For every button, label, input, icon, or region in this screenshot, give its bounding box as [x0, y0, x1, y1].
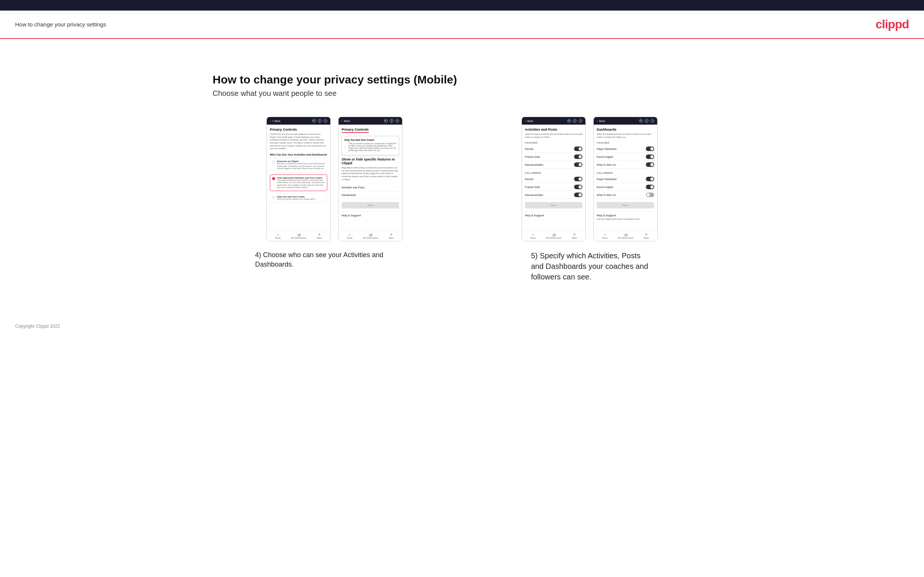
screen4-help: Help & Support [597, 211, 654, 217]
profile-icon-3[interactable]: 👤 [573, 119, 577, 123]
profile-icon-4[interactable]: 👤 [645, 119, 648, 123]
screen2-help: Help & Support [342, 211, 399, 217]
menu-icon-4: ≡ [646, 233, 647, 236]
mockup3-header: ‹ Back 🔍 👤 ⚙ [522, 117, 585, 125]
screen2-tab[interactable]: Privacy Controls [342, 127, 369, 133]
mockup1-header: ‹ < Back 🔍 👤 ⚙ [267, 117, 330, 125]
page-heading: How to change your privacy settings (Mob… [213, 73, 712, 86]
caption-group1: 4) Choose who can see your Activities an… [255, 250, 414, 269]
toggle-dash-followers-work-switch[interactable] [646, 193, 654, 197]
toggle-dash-followers-insights-switch[interactable] [646, 185, 654, 189]
search-icon-4[interactable]: 🔍 [639, 119, 643, 123]
toggle-followers-rounds-switch[interactable] [574, 177, 582, 181]
settings-icon-3[interactable]: ⚙ [578, 119, 582, 123]
toggle-coaches-drills-switch[interactable] [574, 155, 582, 159]
menu-icon-2: ≡ [390, 233, 392, 236]
footer-menu[interactable]: ≡ Menu [317, 233, 322, 239]
toggle-dash-coaches-work[interactable]: What To Work On [597, 161, 654, 169]
screen3-followers-label: FOLLOWERS [525, 172, 582, 174]
nav-dashboards[interactable]: Dashboards › [342, 192, 399, 199]
screen1-who-title: Who Can See Your Activities and Dashboar… [270, 153, 327, 156]
screen2-show-hide-title: Show or hide specific features in Clippd [342, 158, 399, 165]
header-separator [0, 39, 924, 39]
mockup4-header: ‹ Back 🔍 👤 ⚙ [594, 117, 657, 125]
mockup-screen4: ‹ Back 🔍 👤 ⚙ Dashboards Select the dashb… [593, 117, 657, 241]
chevron-activities: › [398, 186, 399, 189]
toggle-coaches-rounds-switch[interactable] [574, 147, 582, 151]
mockup2-body: Privacy Controls Only You and Your Coach… [339, 125, 402, 230]
screen4-save-btn[interactable]: Save [597, 202, 654, 208]
screen1-title: Privacy Controls [270, 127, 327, 131]
toggle-dash-followers-insights[interactable]: Round Insights [597, 183, 654, 191]
settings-icon-4[interactable]: ⚙ [650, 119, 654, 123]
mockup3-back[interactable]: ‹ Back [525, 120, 533, 122]
mockup4-footer: ⌂ Home 📊 My Performance ≡ Menu [594, 230, 657, 241]
chevron-dashboards: › [398, 193, 399, 197]
profile-icon[interactable]: 👤 [318, 119, 321, 123]
profile-icon-2[interactable]: 👤 [389, 119, 393, 123]
tooltip-radio: Only you and the coaches you connect wit… [344, 142, 396, 152]
radio-everyone-content: Everyone on Clippd Everyone on Clippd ca… [277, 160, 325, 170]
footer-home-3[interactable]: ⌂ Home [530, 233, 536, 239]
radio-approved[interactable]: Only Approved Followers and Your Coach O… [270, 174, 327, 191]
mockup-screen1: ‹ < Back 🔍 👤 ⚙ Privacy Controls Control … [267, 117, 331, 241]
toggle-followers-drills-switch[interactable] [574, 185, 582, 189]
radio-everyone[interactable]: Everyone on Clippd Everyone on Clippd ca… [270, 158, 327, 172]
mockup1-body: Privacy Controls Control how you and you… [267, 125, 330, 230]
screen3-save-btn[interactable]: Save [525, 202, 582, 208]
page-footer: Copyright Clippd 2022 [0, 312, 924, 340]
footer-performance[interactable]: 📊 My Performance [291, 233, 306, 239]
toggle-coaches-drills[interactable]: Practice Drills [525, 153, 582, 161]
search-icon-3[interactable]: 🔍 [567, 119, 571, 123]
settings-icon-2[interactable]: ⚙ [395, 119, 399, 123]
radio-only-you[interactable]: Only You and Your Coach Only you and the… [270, 193, 327, 203]
screen4-desc: Select the dashboards that you'd like to… [597, 133, 654, 139]
mockup2-back[interactable]: ‹ Back [342, 120, 350, 122]
toggle-dash-coaches-work-switch[interactable] [646, 162, 654, 167]
toggle-followers-drills[interactable]: Practice Drills [525, 183, 582, 191]
home-icon-3: ⌂ [532, 233, 534, 236]
footer-home-2[interactable]: ⌂ Home [347, 233, 352, 239]
radio-only-you-circle [272, 196, 275, 199]
screen2-save-btn[interactable]: Save [342, 202, 399, 208]
performance-icon-3: 📊 [552, 233, 556, 236]
nav-activities-posts[interactable]: Activities and Posts › [342, 184, 399, 192]
toggle-followers-manual[interactable]: Manual Activities [525, 191, 582, 199]
footer-home-4[interactable]: ⌂ Home [602, 233, 608, 239]
screen2-show-hide-desc: Regardless of the privacy controls that … [342, 166, 399, 181]
page-subheading: Choose what you want people to see [213, 89, 712, 98]
settings-icon[interactable]: ⚙ [323, 119, 327, 123]
toggle-dash-coaches-insights[interactable]: Round Insights [597, 153, 654, 161]
mockup1-icons: 🔍 👤 ⚙ [312, 119, 327, 123]
footer-performance-3[interactable]: 📊 My Performance [546, 233, 561, 239]
mockup3-icons: 🔍 👤 ⚙ [567, 119, 582, 123]
footer-menu-2[interactable]: ≡ Menu [388, 233, 394, 239]
screen4-help-desc: Visit our Clippd community to troublesho… [597, 218, 654, 221]
home-icon-2: ⌂ [349, 233, 351, 236]
toggle-dash-followers-work[interactable]: What To Work On [597, 191, 654, 199]
top-bar [0, 0, 924, 11]
footer-menu-3[interactable]: ≡ Menu [572, 233, 577, 239]
mockup1-back[interactable]: ‹ < Back [270, 120, 280, 122]
toggle-coaches-manual[interactable]: Manual Activities [525, 161, 582, 169]
footer-menu-4[interactable]: ≡ Menu [644, 233, 649, 239]
mockup4-body: Dashboards Select the dashboards that yo… [594, 125, 657, 230]
toggle-dash-followers-player-switch[interactable] [646, 177, 654, 181]
toggle-coaches-rounds[interactable]: Rounds [525, 145, 582, 153]
mockup4-back[interactable]: ‹ Back [597, 120, 605, 122]
toggle-dash-coaches-insights-switch[interactable] [646, 155, 654, 159]
toggle-followers-manual-switch[interactable] [574, 193, 582, 197]
footer-performance-4[interactable]: 📊 My Performance [618, 233, 633, 239]
footer-home[interactable]: ⌂ Home [275, 233, 281, 239]
footer-performance-2[interactable]: 📊 My Performance [363, 233, 378, 239]
screenshot-pair-2: ‹ Back 🔍 👤 ⚙ Activities and Posts Select… [522, 117, 657, 241]
mockup2-header: ‹ Back 🔍 👤 ⚙ [339, 117, 402, 125]
toggle-followers-rounds[interactable]: Rounds [525, 175, 582, 183]
screen3-title: Activities and Posts [525, 127, 582, 131]
toggle-dash-coaches-player[interactable]: Player Dashboard [597, 145, 654, 153]
search-icon[interactable]: 🔍 [312, 119, 316, 123]
toggle-dash-coaches-player-switch[interactable] [646, 147, 654, 151]
search-icon-2[interactable]: 🔍 [384, 119, 388, 123]
toggle-coaches-manual-switch[interactable] [574, 162, 582, 167]
toggle-dash-followers-player[interactable]: Player Dashboard [597, 175, 654, 183]
